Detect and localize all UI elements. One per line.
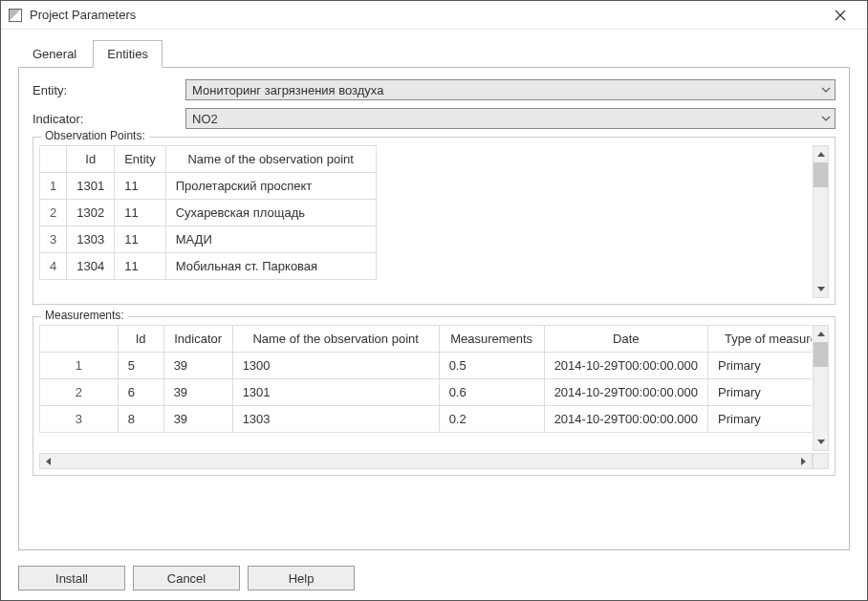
measurements-hscroll[interactable] xyxy=(39,453,813,469)
col-indicator[interactable]: Indicator xyxy=(163,326,232,353)
indicator-label: Indicator: xyxy=(33,112,185,126)
scroll-right-icon xyxy=(795,454,812,468)
scroll-up-icon xyxy=(814,326,828,342)
row-number: 1 xyxy=(40,353,119,379)
cell-name: 1303 xyxy=(232,406,439,433)
entity-dropdown[interactable]: Мониторинг загрязнения воздуха xyxy=(185,79,835,100)
row-number: 2 xyxy=(40,379,119,406)
observation-points-legend: Observation Points: xyxy=(41,129,149,142)
table-row[interactable]: 4130411Мобильная ст. Парковая xyxy=(40,253,377,280)
chevron-down-icon xyxy=(821,114,831,123)
cell-id: 1304 xyxy=(67,253,115,280)
client-area: General Entities Entity: Мониторинг загр… xyxy=(1,30,867,564)
measurements-table: Id Indicator Name of the observation poi… xyxy=(39,325,812,433)
table-header-row: Id Entity Name of the observation point xyxy=(40,146,377,173)
cell-name: 1300 xyxy=(232,353,439,379)
observation-table: Id Entity Name of the observation point … xyxy=(39,145,377,280)
scroll-down-icon xyxy=(814,281,828,297)
indicator-dropdown[interactable]: NO2 xyxy=(185,108,835,129)
measurements-fieldset: Measurements: Id Indicator Name of the o… xyxy=(33,316,835,476)
cell-id: 1302 xyxy=(67,200,115,226)
measurements-vscroll[interactable] xyxy=(813,325,829,451)
tab-entities[interactable]: Entities xyxy=(93,40,163,68)
cell-measurements: 0.2 xyxy=(439,406,544,433)
col-type[interactable]: Type of measureme xyxy=(708,326,813,353)
tab-general[interactable]: General xyxy=(18,40,91,68)
cell-id: 5 xyxy=(118,353,163,379)
row-number-header xyxy=(40,146,67,173)
col-id[interactable]: Id xyxy=(67,146,115,173)
col-id[interactable]: Id xyxy=(118,326,163,353)
tab-panel-entities: Entity: Мониторинг загрязнения воздуха I… xyxy=(18,68,850,550)
entity-value: Мониторинг загрязнения воздуха xyxy=(192,83,383,97)
entity-row: Entity: Мониторинг загрязнения воздуха xyxy=(33,79,835,100)
row-number-header xyxy=(40,326,119,353)
cell-entity: 11 xyxy=(115,173,166,200)
cell-id: 8 xyxy=(118,406,163,433)
col-name[interactable]: Name of the observation point xyxy=(232,326,439,353)
table-row[interactable]: 2130211Сухаревская площадь xyxy=(40,200,377,226)
indicator-row: Indicator: NO2 xyxy=(33,108,835,129)
cell-indicator: 39 xyxy=(163,353,232,379)
cell-id: 6 xyxy=(118,379,163,406)
cell-entity: 11 xyxy=(115,226,166,253)
measurements-legend: Measurements: xyxy=(41,309,128,322)
scroll-corner xyxy=(813,453,829,469)
observation-grid[interactable]: Id Entity Name of the observation point … xyxy=(39,145,813,298)
col-entity[interactable]: Entity xyxy=(115,146,166,173)
cell-indicator: 39 xyxy=(163,406,232,433)
row-number: 1 xyxy=(40,173,67,200)
titlebar: Project Parameters xyxy=(1,1,867,30)
row-number: 3 xyxy=(40,406,119,433)
app-icon xyxy=(9,9,22,22)
scroll-thumb[interactable] xyxy=(814,342,828,367)
row-number: 2 xyxy=(40,200,67,226)
table-row[interactable]: 3130311МАДИ xyxy=(40,226,377,253)
cell-name: Сухаревская площадь xyxy=(165,200,376,226)
help-button[interactable]: Help xyxy=(248,566,355,590)
scroll-track[interactable] xyxy=(814,187,828,281)
table-row[interactable]: 263913010.62014-10-29T00:00:00.000Primar… xyxy=(40,379,813,406)
observation-points-fieldset: Observation Points: Id Entity Name of th… xyxy=(33,137,835,305)
scroll-left-icon xyxy=(40,454,56,468)
table-row[interactable]: 383913030.22014-10-29T00:00:00.000Primar… xyxy=(40,406,813,433)
col-date[interactable]: Date xyxy=(544,326,707,353)
scroll-down-icon xyxy=(814,434,828,450)
cell-name: 1301 xyxy=(232,379,439,406)
install-button[interactable]: Install xyxy=(18,566,125,590)
cell-date: 2014-10-29T00:00:00.000 xyxy=(544,353,707,379)
entity-label: Entity: xyxy=(33,83,185,97)
col-measurements[interactable]: Measurements xyxy=(439,326,544,353)
cell-id: 1301 xyxy=(67,173,115,200)
close-button[interactable] xyxy=(821,2,859,29)
cell-measurements: 0.6 xyxy=(439,379,544,406)
table-row[interactable]: 153913000.52014-10-29T00:00:00.000Primar… xyxy=(40,353,813,379)
col-name[interactable]: Name of the observation point xyxy=(165,146,376,173)
table-header-row: Id Indicator Name of the observation poi… xyxy=(40,326,813,353)
row-number: 4 xyxy=(40,253,67,280)
observation-grid-wrap: Id Entity Name of the observation point … xyxy=(39,145,829,298)
indicator-value: NO2 xyxy=(192,112,218,126)
cell-measurements: 0.5 xyxy=(439,353,544,379)
tab-strip: General Entities xyxy=(18,39,850,68)
cell-name: Пролетарский проспект xyxy=(165,173,376,200)
project-parameters-dialog: Project Parameters General Entities Enti… xyxy=(0,0,868,601)
scroll-track[interactable] xyxy=(814,367,828,434)
cell-type: Primary xyxy=(708,406,813,433)
window-title: Project Parameters xyxy=(30,8,821,22)
cancel-button[interactable]: Cancel xyxy=(133,566,240,590)
table-row[interactable]: 1130111Пролетарский проспект xyxy=(40,173,377,200)
cell-name: МАДИ xyxy=(165,226,376,253)
row-number: 3 xyxy=(40,226,67,253)
measurements-grid[interactable]: Id Indicator Name of the observation poi… xyxy=(39,325,813,451)
chevron-down-icon xyxy=(821,85,831,95)
cell-date: 2014-10-29T00:00:00.000 xyxy=(544,406,707,433)
scroll-thumb[interactable] xyxy=(814,162,828,187)
cell-entity: 11 xyxy=(115,200,166,226)
cell-id: 1303 xyxy=(67,226,115,253)
cell-type: Primary xyxy=(708,379,813,406)
observation-vscroll[interactable] xyxy=(813,145,829,298)
close-icon xyxy=(835,10,846,21)
button-row: Install Cancel Help xyxy=(1,564,867,600)
cell-entity: 11 xyxy=(115,253,166,280)
